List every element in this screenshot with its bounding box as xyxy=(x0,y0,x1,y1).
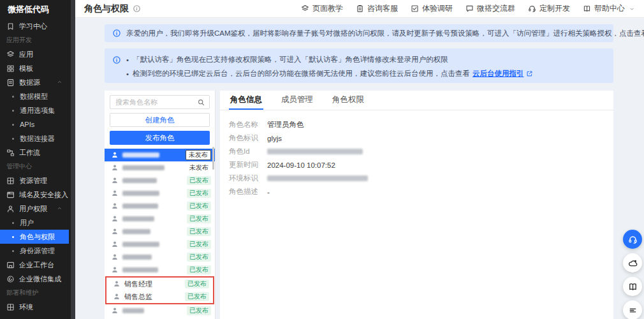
sidebar-item-identity-sources[interactable]: 身份源管理 xyxy=(0,244,71,258)
nav-custom-dev[interactable]: 定制开发 xyxy=(528,3,570,14)
role-list-item[interactable]: 未发布 xyxy=(105,161,215,174)
field-role-id: 角色Id xyxy=(229,145,604,158)
sidebar-item-data-model[interactable]: 数据模型 xyxy=(0,89,71,103)
sidebar-item-roles-permissions[interactable]: 角色与权限 xyxy=(0,230,69,244)
field-value: 2024-09-10 10:07:52 xyxy=(267,161,335,169)
app-logo: 微搭低代码 xyxy=(0,0,75,19)
tab-role-info[interactable]: 角色信息 xyxy=(229,91,263,110)
status-badge: 已发布 xyxy=(187,253,211,262)
sidebar-item-users[interactable]: 用户 xyxy=(0,216,71,230)
book-icon xyxy=(583,4,591,13)
role-list-item[interactable]: 已发布 xyxy=(105,225,215,238)
fab-service-button[interactable] xyxy=(623,230,642,249)
status-badge: 已发布 xyxy=(187,227,211,236)
sidebar: 微搭低代码 学习中心应用开发应用模板数据源数据模型通用选项集APIs数据连接器工… xyxy=(0,0,75,319)
grid-icon xyxy=(6,177,15,185)
person-icon xyxy=(111,177,119,184)
role-list-item[interactable]: 已发布 xyxy=(105,187,215,200)
cam-upgrade-banner: 亲爱的用户，我们即将升级CAM鉴权，届时将影响存量子账号对微搭的访问权限，请及时… xyxy=(105,24,613,42)
fab-cloud-button[interactable] xyxy=(623,253,642,272)
chevron-up-icon xyxy=(57,79,62,85)
nav-survey[interactable]: 体验调研 xyxy=(411,3,453,14)
sidebar-item-label: 身份源管理 xyxy=(20,246,55,256)
nav-page-tutorial[interactable]: 页面教学 xyxy=(301,3,343,14)
field-updated-at: 更新时间2024-09-10 10:07:52 xyxy=(229,158,604,172)
tab-role-permissions[interactable]: 角色权限 xyxy=(331,91,365,110)
role-rows: 未发布未发布已发布已发布已发布已发布已发布已发布已发布已发布销售经理已发布销售总… xyxy=(105,149,215,319)
sidebar-item-resource-management[interactable]: 资源管理 xyxy=(0,174,71,188)
search-icon xyxy=(197,98,205,107)
external-link-icon xyxy=(526,70,533,77)
notice-text: 检测到您的环境已绑定云后台，云后台的部分功能在微搭侧无法使用，建议您前往云后台使… xyxy=(133,69,470,78)
redacted-role-name xyxy=(122,255,152,260)
nav-help-center[interactable]: 帮助中心 xyxy=(583,3,635,14)
fab-docs-button[interactable] xyxy=(623,277,642,296)
sidebar-item-data-connector[interactable]: 数据连接器 xyxy=(0,131,71,145)
sidebar-item-options-set[interactable]: 通用选项集 xyxy=(0,103,71,117)
redacted-role-name xyxy=(122,204,158,209)
headset-icon xyxy=(628,235,638,244)
sidebar-item-label: 应用 xyxy=(19,50,33,59)
sidebar-item-label: 用户权限 xyxy=(19,204,47,214)
banner-text: 亲爱的用户，我们即将升级CAM鉴权，届时将影响存量子账号对微搭的访问权限，请及时… xyxy=(126,29,644,38)
page-title: 角色与权限 xyxy=(84,3,129,15)
redacted-role-name xyxy=(122,242,159,247)
info-icon[interactable] xyxy=(133,4,141,13)
sidebar-item-apps[interactable]: 应用 xyxy=(0,47,71,61)
info-circle-icon xyxy=(112,29,121,38)
status-badge: 已发布 xyxy=(187,176,211,185)
fab-feedback-button[interactable] xyxy=(623,300,642,319)
publish-role-button[interactable]: 发布角色 xyxy=(110,131,210,145)
role-list-item[interactable]: 销售总监已发布 xyxy=(106,290,213,303)
role-list-item[interactable]: 销售经理已发布 xyxy=(106,278,213,290)
sidebar-item-domain-security[interactable]: 域名及安全接入 xyxy=(0,188,71,202)
sidebar-item-user-permissions[interactable]: 用户权限 xyxy=(0,202,71,216)
role-list-item[interactable]: 已发布 xyxy=(105,238,215,251)
sidebar-item-apis[interactable]: APIs xyxy=(0,117,71,131)
cloud-backend-guide-link[interactable]: 云后台使用指引 xyxy=(472,69,533,78)
nav-label: 体验调研 xyxy=(422,3,453,14)
role-list-item[interactable]: 已发布 xyxy=(105,263,215,276)
redacted-role-name xyxy=(122,308,144,313)
role-list-item[interactable]: 已发布 xyxy=(105,212,215,225)
sidebar-item-label: 数据连接器 xyxy=(20,134,55,144)
info-circle-icon xyxy=(112,29,121,38)
tab-member-management[interactable]: 成员管理 xyxy=(280,91,314,110)
info-circle-icon xyxy=(112,56,121,64)
sidebar-item-templates[interactable]: 模板 xyxy=(0,61,71,75)
create-role-button[interactable]: 创建角色 xyxy=(110,113,210,127)
list-scrollbar-thumb[interactable] xyxy=(212,147,214,170)
nav-community-group[interactable]: 微搭交流群 xyxy=(465,3,515,14)
redacted-role-name xyxy=(122,267,158,272)
person-icon xyxy=(113,293,121,300)
browser-icon xyxy=(6,191,15,199)
sidebar-item-datasources[interactable]: 数据源 xyxy=(0,75,71,89)
role-list-item[interactable]: 已发布 xyxy=(105,304,215,317)
person-icon xyxy=(111,253,119,261)
nav-customer-service[interactable]: 咨询客服 xyxy=(356,3,398,14)
redacted-role-name xyxy=(122,229,150,234)
field-label: 角色Id xyxy=(229,147,262,156)
role-list-item[interactable]: 已发布 xyxy=(105,200,215,212)
search-icon[interactable] xyxy=(197,98,205,107)
role-list-item[interactable]: 已发布 xyxy=(105,174,215,187)
sidebar-item-enterprise-workspace[interactable]: 企业工作台 xyxy=(0,258,71,272)
sidebar-item-workflow[interactable]: 工作流 xyxy=(0,145,71,160)
person-icon xyxy=(111,215,119,223)
role-list-item[interactable]: 已发布 xyxy=(105,251,215,263)
person-icon xyxy=(111,164,119,172)
sidebar-item-environment[interactable]: 环境 xyxy=(0,300,71,314)
nav-label: 咨询客服 xyxy=(367,3,398,14)
sidebar-item-wecom-integration[interactable]: 企业微信集成 xyxy=(0,272,71,286)
search-input[interactable] xyxy=(110,96,209,108)
sidebar-item-learning-center[interactable]: 学习中心 xyxy=(0,19,71,33)
cloud-icon xyxy=(628,258,638,268)
field-label: 更新时间 xyxy=(229,160,262,170)
sidebar-item-label: 学习中心 xyxy=(19,22,47,31)
page-header: 角色与权限 页面教学咨询客服体验调研微搭交流群定制开发帮助中心 xyxy=(75,0,644,18)
person-icon xyxy=(111,241,119,248)
sidebar-menu: 学习中心应用开发应用模板数据源数据模型通用选项集APIs数据连接器工作流管理中心… xyxy=(0,19,75,314)
floating-toolbar xyxy=(623,230,642,319)
role-list-item[interactable]: 未发布 xyxy=(105,149,215,161)
person-icon xyxy=(111,307,119,315)
